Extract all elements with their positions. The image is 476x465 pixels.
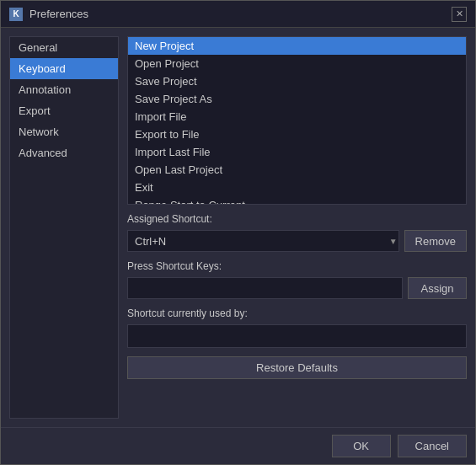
- list-item[interactable]: Open Last Project: [128, 161, 466, 179]
- list-item[interactable]: Import Last File: [128, 143, 466, 161]
- dialog-footer: OK Cancel: [1, 427, 475, 464]
- list-item[interactable]: Save Project As: [128, 90, 466, 108]
- shortcut-used-label: Shortcut currently used by:: [127, 307, 467, 319]
- dialog-body: General Keyboard Annotation Export Netwo…: [1, 28, 475, 427]
- sidebar: General Keyboard Annotation Export Netwo…: [9, 36, 119, 419]
- shortcut-used-display: [127, 324, 467, 348]
- sidebar-item-annotation[interactable]: Annotation: [10, 79, 118, 100]
- sidebar-item-network[interactable]: Network: [10, 121, 118, 142]
- preferences-dialog: K Preferences ✕ General Keyboard Annotat…: [0, 0, 476, 465]
- assigned-shortcut-section: Assigned Shortcut: Ctrl+N ▼ Remove: [127, 213, 467, 252]
- sidebar-item-keyboard[interactable]: Keyboard: [10, 58, 118, 79]
- command-list[interactable]: New Project Open Project Save Project Sa…: [127, 36, 467, 205]
- sidebar-item-export[interactable]: Export: [10, 100, 118, 121]
- dialog-title: Preferences: [29, 8, 88, 20]
- title-bar-left: K Preferences: [9, 8, 88, 21]
- assigned-shortcut-row: Ctrl+N ▼ Remove: [127, 230, 467, 252]
- press-shortcut-section: Press Shortcut Keys: Assign: [127, 260, 467, 299]
- cancel-button[interactable]: Cancel: [398, 435, 467, 457]
- press-keys-row: Assign: [127, 277, 467, 299]
- assign-button[interactable]: Assign: [408, 277, 467, 299]
- press-shortcut-label: Press Shortcut Keys:: [127, 260, 467, 272]
- restore-defaults-button[interactable]: Restore Defaults: [127, 356, 467, 379]
- assigned-shortcut-label: Assigned Shortcut:: [127, 213, 467, 225]
- restore-defaults-row: Restore Defaults: [127, 356, 467, 379]
- list-item[interactable]: Export to File: [128, 126, 466, 143]
- list-item[interactable]: New Project: [128, 37, 466, 55]
- shortcut-keys-input[interactable]: [127, 277, 403, 299]
- shortcut-dropdown-wrapper[interactable]: Ctrl+N ▼: [127, 230, 399, 252]
- ok-button[interactable]: OK: [332, 435, 391, 457]
- sidebar-item-general[interactable]: General: [10, 37, 118, 58]
- keyboard-panel: New Project Open Project Save Project Sa…: [127, 36, 467, 419]
- list-item[interactable]: Save Project: [128, 72, 466, 90]
- shortcut-used-section: Shortcut currently used by:: [127, 307, 467, 348]
- close-button[interactable]: ✕: [452, 7, 467, 22]
- list-item[interactable]: Import File: [128, 108, 466, 126]
- list-item[interactable]: Open Project: [128, 55, 466, 72]
- list-item[interactable]: Range Start to Current: [128, 196, 466, 205]
- title-bar: K Preferences ✕: [1, 1, 475, 28]
- remove-button[interactable]: Remove: [404, 230, 467, 252]
- sidebar-item-advanced[interactable]: Advanced: [10, 142, 118, 163]
- app-icon: K: [9, 8, 23, 21]
- shortcut-dropdown[interactable]: Ctrl+N: [127, 230, 399, 252]
- list-item[interactable]: Exit: [128, 179, 466, 196]
